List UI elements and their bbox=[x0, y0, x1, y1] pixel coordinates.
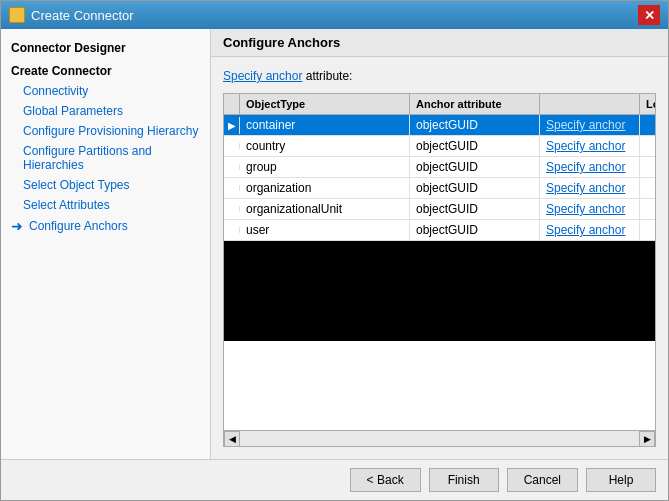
row-object-type-1: country bbox=[240, 136, 410, 156]
sidebar-item-configure-partitions-and-hierarchies[interactable]: Configure Partitions and Hierarchies bbox=[1, 141, 210, 175]
sidebar-header: Connector Designer bbox=[1, 37, 210, 61]
sidebar-item-connectivity-label: Connectivity bbox=[23, 84, 88, 98]
row-arrow-3 bbox=[224, 185, 240, 191]
row-specify-anchor-1[interactable]: Specify anchor bbox=[540, 136, 640, 156]
row-specify-anchor-5[interactable]: Specify anchor bbox=[540, 220, 640, 240]
row-object-type-5: user bbox=[240, 220, 410, 240]
main-window: Create Connector ✕ Connector Designer Cr… bbox=[0, 0, 669, 501]
row-arrow-1 bbox=[224, 143, 240, 149]
row-locked-1: ✓ bbox=[640, 136, 655, 156]
col-object-type: ObjectType bbox=[240, 94, 410, 114]
row-anchor-attribute-5: objectGUID bbox=[410, 220, 540, 240]
finish-button[interactable]: Finish bbox=[429, 468, 499, 492]
row-locked-4: ✓ bbox=[640, 199, 655, 219]
sidebar-item-select-object-types-label: Select Object Types bbox=[23, 178, 130, 192]
sidebar-item-select-attributes[interactable]: Select Attributes bbox=[1, 195, 210, 215]
window-icon bbox=[9, 7, 25, 23]
cancel-button[interactable]: Cancel bbox=[507, 468, 578, 492]
row-arrow-4 bbox=[224, 206, 240, 212]
sidebar: Connector Designer Create Connector Conn… bbox=[1, 29, 211, 459]
row-arrow-2 bbox=[224, 164, 240, 170]
window-title: Create Connector bbox=[31, 8, 134, 23]
table-row[interactable]: ▶ container objectGUID Specify anchor ✓ bbox=[224, 115, 655, 136]
sidebar-item-configure-partitions-and-hierarchies-label: Configure Partitions and Hierarchies bbox=[23, 144, 200, 172]
table-row[interactable]: group objectGUID Specify anchor ✓ bbox=[224, 157, 655, 178]
row-object-type-2: group bbox=[240, 157, 410, 177]
col-arrow bbox=[224, 94, 240, 114]
col-specify-anchor bbox=[540, 94, 640, 114]
row-locked-2: ✓ bbox=[640, 157, 655, 177]
table-header: ObjectType Anchor attribute Locked bbox=[224, 94, 655, 115]
sidebar-item-select-object-types[interactable]: Select Object Types bbox=[1, 175, 210, 195]
sidebar-item-configure-provisioning-hierarchy[interactable]: Configure Provisioning Hierarchy bbox=[1, 121, 210, 141]
row-specify-anchor-3[interactable]: Specify anchor bbox=[540, 178, 640, 198]
help-button[interactable]: Help bbox=[586, 468, 656, 492]
row-anchor-attribute-4: objectGUID bbox=[410, 199, 540, 219]
row-anchor-attribute-2: objectGUID bbox=[410, 157, 540, 177]
sidebar-item-configure-provisioning-hierarchy-label: Configure Provisioning Hierarchy bbox=[23, 124, 198, 138]
title-bar-left: Create Connector bbox=[9, 7, 134, 23]
table-row[interactable]: country objectGUID Specify anchor ✓ bbox=[224, 136, 655, 157]
specify-anchor-link[interactable]: Specify anchor bbox=[223, 69, 302, 83]
table-row[interactable]: user objectGUID Specify anchor ✓ bbox=[224, 220, 655, 241]
specify-anchor-text: Specify anchor attribute: bbox=[223, 69, 656, 83]
horizontal-scrollbar[interactable]: ◀ ▶ bbox=[224, 430, 655, 446]
anchor-table: ObjectType Anchor attribute Locked ▶ con… bbox=[223, 93, 656, 447]
sidebar-item-configure-anchors-label: Configure Anchors bbox=[29, 219, 128, 233]
col-locked: Locked bbox=[640, 94, 656, 114]
row-locked-3: ✓ bbox=[640, 178, 655, 198]
scroll-track[interactable] bbox=[240, 431, 639, 447]
row-object-type-0: container bbox=[240, 115, 410, 135]
sidebar-item-global-parameters-label: Global Parameters bbox=[23, 104, 123, 118]
row-specify-anchor-0[interactable]: Specify anchor bbox=[540, 115, 640, 135]
table-row[interactable]: organizationalUnit objectGUID Specify an… bbox=[224, 199, 655, 220]
panel-header: Configure Anchors bbox=[211, 29, 668, 57]
sidebar-item-create-connector[interactable]: Create Connector bbox=[1, 61, 210, 81]
table-rows: ▶ container objectGUID Specify anchor ✓ … bbox=[224, 115, 655, 430]
row-locked-5: ✓ bbox=[640, 220, 655, 240]
row-anchor-attribute-1: objectGUID bbox=[410, 136, 540, 156]
black-preview-area bbox=[224, 241, 655, 341]
scroll-left-button[interactable]: ◀ bbox=[224, 431, 240, 447]
row-arrow-0: ▶ bbox=[224, 117, 240, 134]
row-arrow-5 bbox=[224, 227, 240, 233]
row-specify-anchor-4[interactable]: Specify anchor bbox=[540, 199, 640, 219]
row-anchor-attribute-3: objectGUID bbox=[410, 178, 540, 198]
row-specify-anchor-2[interactable]: Specify anchor bbox=[540, 157, 640, 177]
sidebar-item-create-connector-label: Create Connector bbox=[11, 64, 112, 78]
sidebar-item-select-attributes-label: Select Attributes bbox=[23, 198, 110, 212]
footer: Back Finish Cancel Help bbox=[1, 459, 668, 500]
close-button[interactable]: ✕ bbox=[638, 5, 660, 25]
row-locked-0: ✓ bbox=[640, 115, 655, 135]
sidebar-item-global-parameters[interactable]: Global Parameters bbox=[1, 101, 210, 121]
back-button[interactable]: Back bbox=[350, 468, 421, 492]
panel-body: Specify anchor attribute: ObjectType Anc… bbox=[211, 57, 668, 459]
col-anchor-attribute: Anchor attribute bbox=[410, 94, 540, 114]
table-row[interactable]: organization objectGUID Specify anchor ✓ bbox=[224, 178, 655, 199]
specify-anchor-suffix: attribute: bbox=[302, 69, 352, 83]
sidebar-arrow-icon: ➜ bbox=[11, 218, 23, 234]
title-bar: Create Connector ✕ bbox=[1, 1, 668, 29]
sidebar-item-configure-anchors[interactable]: ➜ Configure Anchors bbox=[1, 215, 210, 237]
right-panel: Configure Anchors Specify anchor attribu… bbox=[211, 29, 668, 459]
row-anchor-attribute-0: objectGUID bbox=[410, 115, 540, 135]
sidebar-item-connectivity[interactable]: Connectivity bbox=[1, 81, 210, 101]
main-content: Connector Designer Create Connector Conn… bbox=[1, 29, 668, 459]
row-object-type-3: organization bbox=[240, 178, 410, 198]
scroll-right-button[interactable]: ▶ bbox=[639, 431, 655, 447]
row-object-type-4: organizationalUnit bbox=[240, 199, 410, 219]
